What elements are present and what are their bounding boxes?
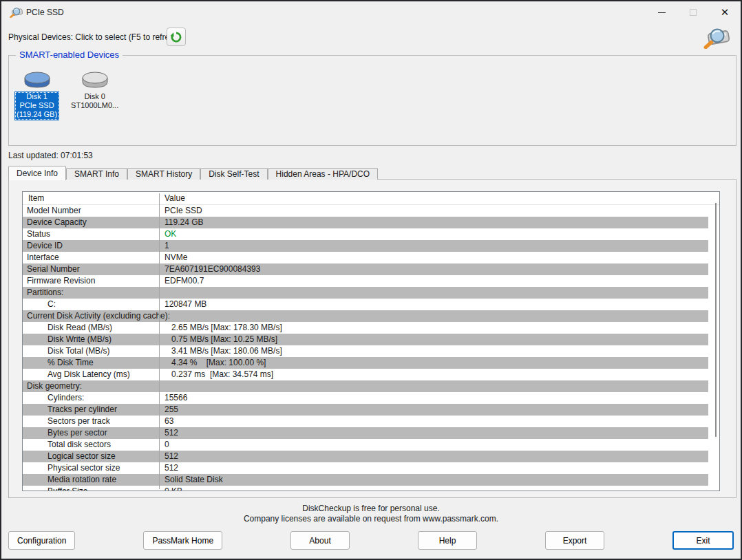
footer-free-use-text: DiskCheckup is free for personal use.	[1, 504, 741, 513]
table-row-total-disk-sectors[interactable]: Total disk sectors0	[23, 439, 719, 451]
table-row-cylinders[interactable]: Cylinders:15566	[23, 392, 719, 404]
device-info-table: Item Value Model NumberPCIe SSDDevice Ca…	[22, 191, 720, 491]
item-cell: Disk geometry:	[27, 380, 82, 392]
tab-hidden-areas-hpa-dco[interactable]: Hidden Areas - HPA/DCO	[268, 168, 379, 180]
minimize-icon	[658, 12, 666, 13]
window-title: PCIe SSD	[26, 1, 64, 23]
toolbar: Physical Devices: Click to select (F5 to…	[1, 23, 741, 51]
value-cell: 3.41 MB/s [Max: 180.06 MB/s]	[171, 345, 282, 357]
item-cell: Avg Disk Latency (ms)	[47, 369, 130, 380]
app-window: PCIe SSD ✕ Physical Devices: Click to se…	[0, 0, 742, 560]
item-cell: Buffer Size	[47, 486, 87, 491]
value-cell: OK	[165, 228, 176, 240]
table-row-status[interactable]: StatusOK	[23, 228, 719, 240]
table-row-c[interactable]: C:120847 MB	[23, 299, 719, 310]
value-cell: 0 KB	[165, 486, 182, 491]
table-row-model-number[interactable]: Model NumberPCIe SSD	[23, 205, 719, 217]
item-cell: Device Capacity	[27, 217, 87, 228]
table-row-current-disk-activity-excluding-cache[interactable]: Current Disk Activity (excluding cache):	[23, 310, 719, 322]
table-row-disk-geometry[interactable]: Disk geometry:	[23, 380, 719, 392]
table-row-disk-total-mb-s[interactable]: Disk Total (MB/s)3.41 MB/s [Max: 180.06 …	[23, 345, 719, 357]
table-row-serial-number[interactable]: Serial Number7EA607191EC900084393	[23, 263, 719, 275]
item-cell: Sectors per track	[47, 416, 110, 427]
value-cell: 4.34 % [Max: 100.00 %]	[171, 357, 266, 369]
value-cell: EDFM00.7	[165, 275, 204, 287]
value-cell: 512	[165, 451, 178, 462]
maximize-icon	[690, 9, 697, 16]
refresh-button[interactable]	[167, 28, 186, 46]
app-disk-magnifier-icon	[9, 6, 23, 18]
export-button[interactable]: Export	[545, 531, 604, 550]
device-label: Disk 0ST1000LM0...	[69, 91, 120, 111]
disk-blue-icon	[22, 65, 52, 90]
item-cell: Disk Write (MB/s)	[47, 334, 112, 345]
item-cell: Media rotation rate	[47, 474, 116, 486]
disk-magnifier-logo-icon	[702, 25, 731, 49]
value-cell: 255	[165, 404, 178, 416]
table-row-device-id[interactable]: Device ID1	[23, 240, 719, 252]
table-row-partitions[interactable]: Partitions:	[23, 287, 719, 299]
value-cell: Solid State Disk	[165, 474, 223, 486]
close-button[interactable]: ✕	[709, 1, 741, 23]
table-row-disk-read-mb-s[interactable]: Disk Read (MB/s)2.65 MB/s [Max: 178.30 M…	[23, 322, 719, 334]
item-cell: Logical sector size	[47, 451, 116, 462]
device-item-disk-1[interactable]: Disk 1PCIe SSD(119.24 GB)	[14, 65, 59, 120]
title-bar: PCIe SSD ✕	[1, 1, 741, 23]
value-cell: 0.237 ms [Max: 34.574 ms]	[171, 369, 273, 380]
table-row-buffer-size[interactable]: Buffer Size0 KB	[23, 486, 719, 491]
value-cell: 2.65 MB/s [Max: 178.30 MB/s]	[171, 322, 282, 334]
tab-smart-info[interactable]: SMART Info	[66, 168, 127, 180]
table-row-sectors-per-track[interactable]: Sectors per track63	[23, 416, 719, 427]
help-button[interactable]: Help	[418, 531, 477, 550]
item-cell: Total disk sectors	[47, 439, 111, 451]
column-header-value[interactable]: Value	[165, 192, 185, 205]
value-cell: PCIe SSD	[165, 205, 202, 217]
value-cell: 0	[165, 439, 169, 451]
table-row-device-capacity[interactable]: Device Capacity119.24 GB	[23, 217, 719, 228]
table-row-media-rotation-rate[interactable]: Media rotation rateSolid State Disk	[23, 474, 719, 486]
item-cell: Bytes per sector	[47, 427, 107, 439]
physical-devices-label: Physical Devices: Click to select (F5 to…	[8, 23, 181, 51]
item-cell: Serial Number	[27, 263, 80, 275]
groupbox-title: SMART-enabled Devices	[16, 50, 123, 60]
exit-button[interactable]: Exit	[672, 531, 734, 550]
column-header-item[interactable]: Item	[28, 192, 44, 205]
device-item-disk-0[interactable]: Disk 0ST1000LM0...	[69, 65, 120, 120]
item-cell: Disk Total (MB/s)	[47, 345, 109, 357]
tab-device-info[interactable]: Device Info	[8, 166, 66, 180]
tab-smart-history[interactable]: SMART History	[127, 168, 200, 180]
value-cell: 512	[165, 462, 178, 474]
table-header: Item Value	[23, 192, 719, 205]
about-button[interactable]: About	[290, 531, 350, 550]
item-cell: Model Number	[27, 205, 81, 217]
last-updated-label: Last updated: 07:01:53	[8, 151, 93, 160]
tab-disk-self-test[interactable]: Disk Self-Test	[200, 168, 267, 180]
table-row-interface[interactable]: InterfaceNVMe	[23, 252, 719, 263]
table-row-avg-disk-latency-ms[interactable]: Avg Disk Latency (ms)0.237 ms [Max: 34.5…	[23, 369, 719, 380]
value-cell: 7EA607191EC900084393	[165, 263, 260, 275]
minimize-button[interactable]	[646, 1, 677, 23]
item-cell: Current Disk Activity (excluding cache):	[27, 310, 170, 322]
value-cell: 119.24 GB	[165, 217, 203, 228]
table-scrollbar[interactable]	[715, 203, 717, 437]
item-cell: Disk Read (MB/s)	[47, 322, 112, 334]
column-divider[interactable]	[159, 193, 160, 489]
passmark-home-button[interactable]: PassMark Home	[143, 531, 222, 550]
item-cell: Firmware Revision	[27, 275, 95, 287]
refresh-icon	[170, 31, 182, 43]
item-cell: Interface	[27, 252, 59, 263]
table-row-physical-sector-size[interactable]: Physical sector size512	[23, 462, 719, 474]
table-rows: Model NumberPCIe SSDDevice Capacity119.2…	[23, 205, 719, 491]
item-cell: Partitions:	[27, 287, 63, 299]
value-cell: 512	[165, 427, 178, 439]
value-cell: 63	[165, 416, 173, 427]
maximize-button[interactable]	[677, 1, 709, 23]
item-cell: C:	[47, 299, 56, 310]
configuration-button[interactable]: Configuration	[8, 531, 75, 550]
table-row-firmware-revision[interactable]: Firmware RevisionEDFM00.7	[23, 275, 719, 287]
table-row-disk-write-mb-s[interactable]: Disk Write (MB/s)0.75 MB/s [Max: 10.25 M…	[23, 334, 719, 345]
table-row-disk-time[interactable]: % Disk Time4.34 % [Max: 100.00 %]	[23, 357, 719, 369]
table-row-bytes-per-sector[interactable]: Bytes per sector512	[23, 427, 719, 439]
table-row-tracks-per-cylinder[interactable]: Tracks per cylinder255	[23, 404, 719, 416]
table-row-logical-sector-size[interactable]: Logical sector size512	[23, 451, 719, 462]
